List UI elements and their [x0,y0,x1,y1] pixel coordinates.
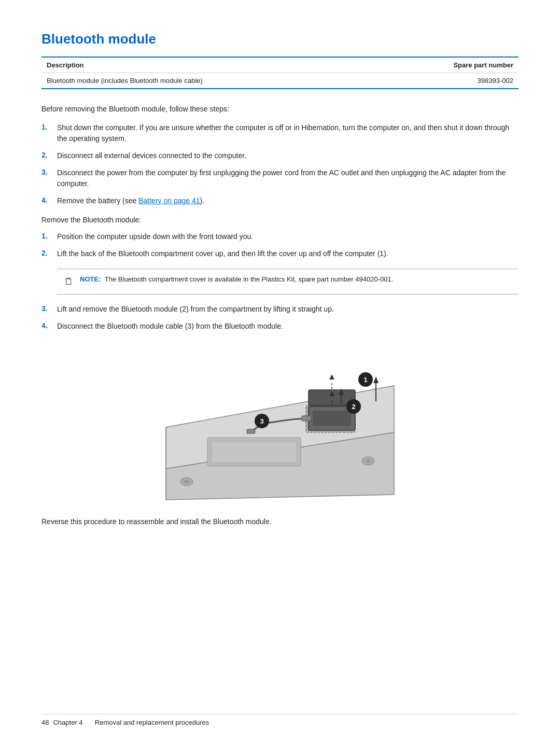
note-text: The Bluetooth compartment cover is avail… [105,275,393,283]
list-item: 1. Position the computer upside down wit… [41,231,519,242]
remove-steps-list: 1. Position the computer upside down wit… [41,231,519,259]
footer-chapter: Chapter 4 [53,719,82,726]
list-item: 3. Disconnect the power from the compute… [41,167,519,189]
diagram-area: 1 2 3 [156,344,404,505]
footer-separator [87,719,91,726]
svg-marker-26 [373,376,379,383]
page-footer: 48 Chapter 4 Removal and replacement pro… [41,714,519,726]
step-number: 1. [41,122,57,131]
step-text: Shut down the computer. If you are unsur… [57,122,519,144]
svg-rect-8 [212,442,297,462]
prereq-steps-list: 1. Shut down the computer. If you are un… [41,122,519,206]
svg-marker-12 [329,374,334,379]
table-header-description: Description [41,57,377,73]
note-icon: 🗒 [64,275,76,289]
step-number: 2. [41,150,57,159]
table-row: Bluetooth module (includes Bluetooth mod… [41,73,519,89]
intro-text: Before removing the Bluetooth module, fo… [41,105,519,113]
step-text: Disconnect the Bluetooth module cable (3… [57,321,519,332]
parts-table: Description Spare part number Bluetooth … [41,57,519,89]
svg-rect-18 [247,429,255,433]
table-header-spare-part: Spare part number [377,57,519,73]
step-text: Lift and remove the Bluetooth module (2)… [57,304,519,315]
note-label: NOTE: [80,275,101,283]
svg-point-4 [184,480,189,484]
callout-3: 3 [255,414,269,428]
closing-text: Reverse this procedure to reassemble and… [41,517,519,526]
step-text: Disconnect all external devices connecte… [57,150,519,161]
list-item: 3. Lift and remove the Bluetooth module … [41,304,519,315]
remove-section-label: Remove the Bluetooth module: [41,216,519,224]
step-number: 2. [41,248,57,257]
svg-point-6 [366,459,371,463]
remove-steps-list-2: 3. Lift and remove the Bluetooth module … [41,304,519,332]
table-cell-description: Bluetooth module (includes Bluetooth mod… [41,73,377,89]
step-text: Lift the back of the Bluetooth compartme… [57,248,519,259]
svg-rect-14 [313,411,351,426]
page-title: Bluetooth module [41,31,519,47]
list-item: 1. Shut down the computer. If you are un… [41,122,519,144]
footer-chapter-title: Removal and replacement procedures [95,719,209,726]
diagram-svg: 1 2 3 [156,344,404,505]
svg-text:1: 1 [363,376,367,384]
note-box: 🗒 NOTE: The Bluetooth compartment cover … [57,269,519,294]
list-item: 4. Disconnect the Bluetooth module cable… [41,321,519,332]
list-item: 4. Remove the battery (see Battery on pa… [41,195,519,206]
battery-link[interactable]: Battery on page 41 [138,196,200,205]
svg-text:2: 2 [352,403,355,411]
callout-2: 2 [346,399,361,414]
step-text: Remove the battery (see Battery on page … [57,195,519,206]
step-number: 1. [41,231,57,240]
footer-page-number: 48 [41,719,49,726]
step-text: Position the computer upside down with t… [57,231,519,242]
list-item: 2. Disconnect all external devices conne… [41,150,519,161]
note-content: NOTE: The Bluetooth compartment cover is… [80,274,393,285]
list-item: 2. Lift the back of the Bluetooth compar… [41,248,519,259]
table-cell-part-number: 398393-002 [377,73,519,89]
svg-rect-17 [302,416,311,421]
callout-1: 1 [358,372,373,387]
step-number: 3. [41,167,57,176]
svg-text:3: 3 [260,417,263,425]
step-number: 4. [41,195,57,204]
step-number: 3. [41,304,57,313]
step-number: 4. [41,321,57,330]
step-text: Disconnect the power from the computer b… [57,167,519,189]
